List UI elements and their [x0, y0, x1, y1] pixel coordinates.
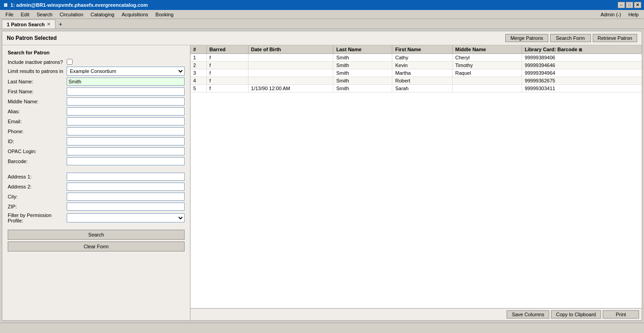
table-cell [248, 77, 333, 85]
zip-input[interactable] [67, 203, 185, 211]
tab-patron-search[interactable]: 1 Patron Search ✕ [2, 19, 55, 29]
opac-login-label: OPAC Login: [8, 149, 67, 154]
table-row[interactable]: 3fSmithMarthaRaquel99999394964 [190, 69, 642, 77]
middle-name-row: Middle Name: [8, 97, 185, 106]
title-bar-text: 1: admin@BR1-winxpvmfx.phasefx.evergreen… [10, 2, 148, 8]
col-num[interactable]: # [190, 45, 206, 54]
table-cell: f [206, 77, 248, 85]
email-row: Email: [8, 117, 185, 125]
copy-to-clipboard-button[interactable]: Copy to Clipboard [551, 310, 601, 319]
clear-form-button[interactable]: Clear Form [8, 241, 185, 251]
table-row[interactable]: 2fSmithKevinTimothy99999394646 [190, 62, 642, 69]
table-cell: 99999394646 [522, 62, 642, 69]
menu-bar: File Edit Search Circulation Cataloging … [0, 10, 644, 19]
phone-row: Phone: [8, 127, 185, 135]
email-input[interactable] [67, 117, 185, 125]
title-bar: 🖥 1: admin@BR1-winxpvmfx.phasefx.evergre… [0, 0, 644, 10]
maximize-button[interactable]: □ [626, 2, 633, 8]
col-last-name[interactable]: Last Name [333, 45, 392, 54]
tab-bar: 1 Patron Search ✕ + [0, 19, 644, 29]
limit-results-row: Limit results to patrons in Example Cons… [8, 67, 185, 76]
col-middle-name[interactable]: Middle Name [452, 45, 522, 54]
table-cell: Smith [333, 85, 392, 92]
email-label: Email: [8, 119, 67, 124]
consortium-select[interactable]: Example ConsortiumBR1BR2BR3 [67, 67, 185, 76]
tab-close-icon[interactable]: ✕ [47, 22, 50, 27]
menu-edit[interactable]: Edit [17, 11, 33, 18]
menu-circulation[interactable]: Circulation [56, 11, 87, 18]
last-name-input[interactable] [67, 77, 185, 86]
save-columns-button[interactable]: Save Columns [507, 310, 549, 319]
table-cell: f [206, 62, 248, 69]
minimize-button[interactable]: ─ [618, 2, 625, 8]
table-cell: Smith [333, 69, 392, 77]
table-cell: 1/13/90 12:00 AM [248, 85, 333, 92]
results-footer: Save Columns Copy to Clipboard Print [190, 308, 642, 320]
zip-row: ZIP: [8, 203, 185, 211]
table-cell: Robert [392, 77, 452, 85]
opac-login-row: OPAC Login: [8, 147, 185, 155]
search-button[interactable]: Search [8, 230, 185, 240]
menu-cataloging[interactable]: Cataloging [87, 11, 118, 18]
print-button[interactable]: Print [603, 310, 639, 319]
title-bar-left: 🖥 1: admin@BR1-winxpvmfx.phasefx.evergre… [3, 2, 148, 8]
table-cell: 5 [190, 85, 206, 92]
table-cell: Smith [333, 54, 392, 62]
col-dob[interactable]: Date of Birth [248, 45, 333, 54]
retrieve-patron-button[interactable]: Retrieve Patron [593, 34, 637, 42]
results-tbody: 1fSmithCathyCheryl999993894062fSmithKevi… [190, 54, 642, 92]
admin-menu[interactable]: Admin (-) [597, 11, 624, 18]
id-input[interactable] [67, 137, 185, 145]
col-barred[interactable]: Barred [206, 45, 248, 54]
search-form-title: Search for Patron [8, 50, 185, 55]
table-cell: Raquel [452, 69, 522, 77]
table-row[interactable]: 1fSmithCathyCheryl99999389406 [190, 54, 642, 62]
col-resize-icon: ⊞ [579, 48, 582, 52]
results-table-wrapper: # Barred Date of Birth Last Name First N… [190, 45, 642, 308]
table-cell [248, 62, 333, 69]
table-row[interactable]: 4fSmithRobert99999362675 [190, 77, 642, 85]
header-buttons: Merge Patrons Search Form Retrieve Patro… [505, 34, 637, 42]
title-bar-controls[interactable]: ─ □ ✕ [618, 2, 641, 8]
table-cell [452, 77, 522, 85]
search-buttons: Search Clear Form [8, 230, 185, 251]
menu-file[interactable]: File [2, 11, 17, 18]
barcode-input[interactable] [67, 157, 185, 165]
phone-input[interactable] [67, 127, 185, 135]
close-button[interactable]: ✕ [634, 2, 641, 8]
search-form-button[interactable]: Search Form [550, 34, 591, 42]
help-menu[interactable]: Help [624, 11, 642, 18]
menu-search[interactable]: Search [33, 11, 56, 18]
last-name-row: Last Name: [8, 77, 185, 86]
table-cell [248, 69, 333, 77]
alias-input[interactable] [67, 107, 185, 116]
first-name-row: First Name: [8, 87, 185, 96]
table-row[interactable]: 5f1/13/90 12:00 AMSmithSarah99999303411 [190, 85, 642, 92]
merge-patrons-button[interactable]: Merge Patrons [505, 34, 548, 42]
include-inactive-row: Include inactive patrons? [8, 59, 185, 65]
filter-profile-select[interactable] [67, 213, 185, 222]
tab-add-button[interactable]: + [55, 19, 66, 29]
include-inactive-checkbox[interactable] [67, 59, 73, 65]
city-row: City: [8, 193, 185, 201]
address2-input[interactable] [67, 183, 185, 191]
middle-name-input[interactable] [67, 97, 185, 106]
city-input[interactable] [67, 193, 185, 201]
address1-input[interactable] [67, 173, 185, 181]
first-name-input[interactable] [67, 87, 185, 96]
table-cell: 99999303411 [522, 85, 642, 92]
table-cell: f [206, 85, 248, 92]
menu-acquisitions[interactable]: Acquisitions [118, 11, 152, 18]
menu-booking[interactable]: Booking [152, 11, 177, 18]
zip-label: ZIP: [8, 204, 67, 209]
table-cell [248, 54, 333, 62]
col-first-name[interactable]: First Name [392, 45, 452, 54]
alias-row: Alias: [8, 107, 185, 116]
city-label: City: [8, 194, 67, 199]
col-barcode[interactable]: Library Card: Barcode ⊞ [522, 45, 642, 54]
table-cell: 99999362675 [522, 77, 642, 85]
opac-login-input[interactable] [67, 147, 185, 155]
barcode-row: Barcode: [8, 157, 185, 165]
header-row: No Patron Selected Merge Patrons Search … [2, 31, 642, 45]
address2-label: Address 2: [8, 184, 67, 189]
